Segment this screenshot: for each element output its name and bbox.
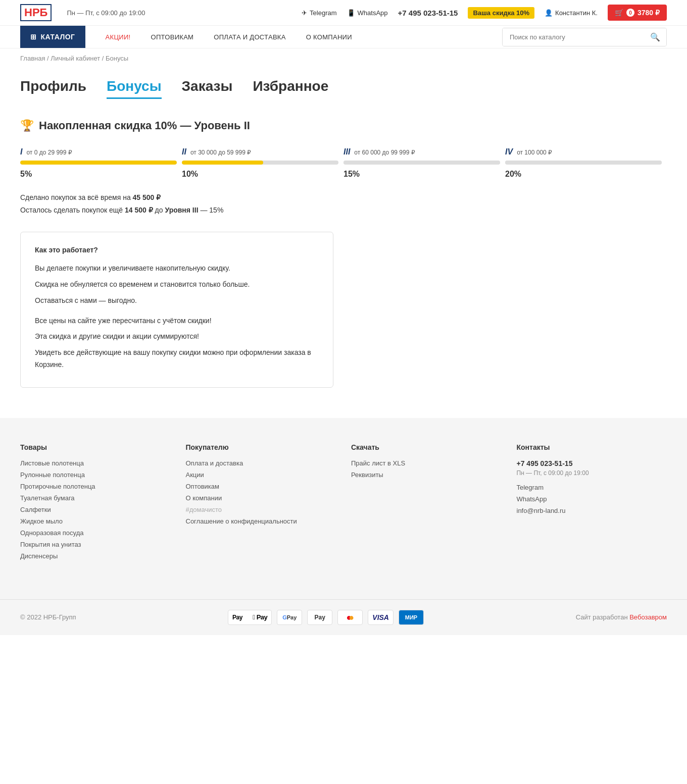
user-icon: 👤 [545, 9, 553, 17]
info-line5: Эта скидка и другие скидки и акции сумми… [35, 331, 319, 343]
search-box: 🔍 [502, 28, 667, 46]
search-button[interactable]: 🔍 [644, 28, 666, 46]
footer-link-pricelist[interactable]: Прайс лист в XLS [351, 459, 502, 467]
stat2-value: 14 500 ₽ [125, 206, 153, 214]
section-title: 🏆 Накопленная скидка 10% — Уровень II [20, 119, 667, 132]
applepay-icon: Pay  Pay [228, 610, 272, 625]
breadcrumb-home[interactable]: Главная [20, 55, 45, 62]
info-line1: Вы делаете покупки и увеличиваете накопи… [35, 263, 319, 275]
breadcrumb-account[interactable]: Личный кабинет [51, 55, 100, 62]
mastercard-icon: ● ● [337, 610, 363, 625]
footer-link-whatsapp[interactable]: WhatsApp [517, 495, 667, 503]
level4-roman: IV [505, 147, 513, 156]
info-line2: Скидка не обнуляется со временем и стано… [35, 279, 319, 291]
contact-links: ✈ Telegram 📱 WhatsApp +7 495 023-51-15 В… [302, 5, 667, 21]
footer-col-products: Товары Листовые полотенца Рулонные полот… [20, 443, 171, 564]
breadcrumb-current: Бонусы [106, 55, 128, 62]
applepay-svg: Pay [232, 613, 253, 621]
level3-range: от 60 000 до 99 999 ₽ [354, 149, 415, 156]
breadcrumb-sep2: / [102, 55, 106, 62]
logo[interactable]: НРБ [20, 4, 52, 21]
footer-hours: Пн — Пт, с 09:00 до 19:00 [517, 469, 667, 477]
footer-contacts-title: Контакты [517, 443, 667, 451]
footer-link-payment[interactable]: Оплата и доставка [186, 459, 336, 467]
footer-link-dispensers[interactable]: Диспенсеры [20, 552, 171, 560]
footer-dev-link[interactable]: Вебозавром [629, 613, 667, 621]
telegram-link[interactable]: ✈ Telegram [302, 9, 336, 17]
footer-link-hashtag[interactable]: #домачисто [186, 506, 336, 513]
footer-main: Товары Листовые полотенца Рулонные полот… [0, 418, 687, 599]
footer-link-roll-towels[interactable]: Рулонные полотенца [20, 471, 171, 479]
footer-link-telegram[interactable]: Telegram [517, 484, 667, 491]
level2-roman: II [182, 147, 186, 156]
working-hours: Пн — Пт, с 09:00 до 19:00 [67, 9, 145, 17]
footer-link-toilet-paper[interactable]: Туалетная бумага [20, 494, 171, 502]
whatsapp-link[interactable]: 📱 WhatsApp [347, 9, 388, 17]
footer-link-requisites[interactable]: Реквизиты [351, 471, 502, 479]
telegram-label: Telegram [310, 9, 336, 17]
footer-link-wholesale[interactable]: Оптовикам [186, 483, 336, 490]
cart-icon: 🛒 [615, 9, 623, 17]
level2-percent: 10% [182, 170, 338, 179]
catalog-button[interactable]: ⊞ КАТАЛОГ [20, 26, 85, 48]
footer-columns: Товары Листовые полотенца Рулонные полот… [20, 443, 667, 564]
search-input[interactable] [503, 28, 644, 46]
footer-col-buyer: Покупателю Оплата и доставка Акции Оптов… [186, 443, 336, 564]
section-title-text: Накопленная скидка 10% — Уровень II [39, 119, 250, 132]
footer-link-soap[interactable]: Жидкое мыло [20, 517, 171, 525]
trophy-icon: 🏆 [20, 119, 34, 132]
visa-icon: VISA [368, 610, 394, 625]
logo-text: НРБ [24, 6, 47, 19]
tab-orders[interactable]: Заказы [182, 78, 233, 99]
tab-bonuses[interactable]: Бонусы [107, 78, 162, 99]
footer-bottom: © 2022 НРБ-Групп Pay  Pay G Pay Pay ● ●… [0, 599, 687, 635]
level4-progress-bg [505, 161, 662, 165]
grid-icon: ⊞ [30, 33, 37, 41]
telegram-icon: ✈ [302, 9, 307, 17]
footer-link-toilet-covers[interactable]: Покрытия на унитаз [20, 541, 171, 548]
stat2-level: Уровня III [165, 206, 198, 214]
footer-link-napkins[interactable]: Салфетки [20, 506, 171, 513]
nav-about[interactable]: О КОМПАНИИ [296, 26, 362, 48]
footer-link-wipe-towels[interactable]: Протирочные полотенца [20, 483, 171, 490]
footer-link-dishes[interactable]: Одноразовая посуда [20, 529, 171, 537]
footer-dev: Сайт разработан Вебозавром [576, 613, 667, 621]
level1-roman: I [20, 147, 22, 156]
breadcrumb: Главная / Личный кабинет / Бонусы [0, 48, 687, 68]
phone-link[interactable]: +7 495 023-51-15 [398, 9, 458, 17]
footer-link-sheet-towels[interactable]: Листовые полотенца [20, 459, 171, 467]
stat2-prefix: Осталось сделать покупок ещё [20, 206, 125, 214]
footer-dev-text: Сайт разработан [576, 613, 630, 621]
main-content: Профиль Бонусы Заказы Избранное 🏆 Накопл… [0, 68, 687, 418]
nav-links: АКЦИИ! ОПТОВИКАМ ОПЛАТА И ДОСТАВКА О КОМ… [95, 26, 362, 48]
tab-profile[interactable]: Профиль [20, 78, 86, 99]
payment-icons: Pay  Pay G Pay Pay ● ● VISA МИР [228, 610, 424, 625]
level3-progress-fill [344, 161, 500, 165]
stat2-mid: до [155, 206, 165, 214]
info-line4: Все цены на сайте уже пересчитаны с учёт… [35, 315, 319, 327]
level2-progress-bg [182, 161, 338, 165]
info-box-title: Как это работает? [35, 244, 319, 256]
info-line6: Увидеть все действующие на вашу покупку … [35, 347, 319, 371]
stat1-prefix: Сделано покупок за всё время на [20, 193, 133, 201]
nav-delivery[interactable]: ОПЛАТА И ДОСТАВКА [204, 26, 296, 48]
footer-link-privacy[interactable]: Соглашение о конфиденциальности [186, 517, 336, 525]
footer-email[interactable]: info@nrb-land.ru [517, 507, 667, 514]
footer-link-sales[interactable]: Акции [186, 471, 336, 479]
profile-tabs: Профиль Бонусы Заказы Избранное [20, 78, 667, 99]
footer-col-contacts: Контакты +7 495 023-51-15 Пн — Пт, с 09:… [517, 443, 667, 564]
nav-aktsii[interactable]: АКЦИИ! [95, 26, 141, 48]
nav-optovikam[interactable]: ОПТОВИКАМ [141, 26, 204, 48]
level-2: II от 30 000 до 59 999 ₽ 10% [182, 147, 344, 181]
footer-copyright: © 2022 НРБ-Групп [20, 613, 76, 621]
tab-favorites[interactable]: Избранное [253, 78, 328, 99]
footer-buyer-title: Покупателю [186, 443, 336, 451]
level3-roman: III [344, 147, 350, 156]
footer-link-about[interactable]: О компании [186, 494, 336, 502]
level-3: III от 60 000 до 99 999 ₽ 15% [344, 147, 505, 181]
footer-download-title: Скачать [351, 443, 502, 451]
cart-button[interactable]: 🛒 0 3780 ₽ [608, 5, 667, 21]
user-link[interactable]: 👤 Константин К. [545, 9, 598, 17]
level2-range: от 30 000 до 59 999 ₽ [190, 149, 251, 156]
cart-count: 0 [626, 9, 634, 17]
